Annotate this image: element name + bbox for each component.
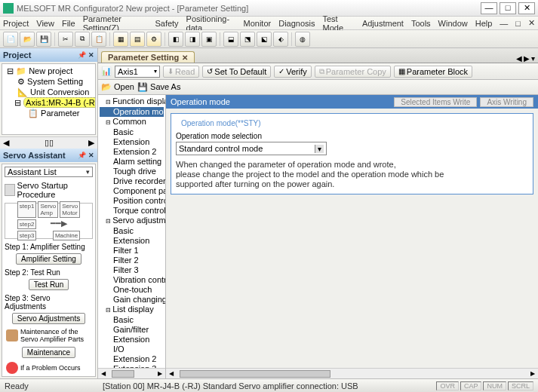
selected-items-write-button[interactable]: Selected Items Write [394,97,477,107]
menu-diagnosis[interactable]: Diagnosis [278,19,315,28]
tb-cut-icon[interactable]: ✂ [58,32,73,47]
tab-close-icon[interactable]: ✕ [182,54,188,62]
tab-nav-right[interactable]: ▶ [524,54,530,63]
save-as-button[interactable]: 💾 Save As [137,82,180,92]
project-tree[interactable]: ⊟ 📁 New project ⚙ System Setting 📐 Unit … [2,63,96,135]
panel-close-icon[interactable]: ✕ [88,152,94,159]
open-button[interactable]: 📂 Open [101,82,134,92]
tb-save-icon[interactable]: 💾 [36,32,51,47]
maintenance-button[interactable]: Maintenance [22,347,75,358]
tab-parameter-setting[interactable]: Parameter Setting ✕ [101,51,195,63]
minimize-button[interactable]: — [481,2,497,14]
tree-item-filter-1[interactable]: Filter 1 [100,246,164,256]
tree-item-filter-2[interactable]: Filter 2 [100,256,164,265]
tree-item-one-touch[interactable]: One-touch [100,285,164,295]
tree-item-alarm-setting[interactable]: Alarm setting [100,157,164,167]
tree-item-operation-mode[interactable]: Operation mode [100,107,164,117]
operation-mode-note: When changed the parameter of operation … [176,160,528,189]
tb-btn1-icon[interactable]: ▦ [113,32,128,47]
maximize-button[interactable]: □ [500,2,516,14]
operation-mode-select[interactable]: Standard control mode [176,142,327,155]
menu-param-setting[interactable]: Parameter Setting(Z) [83,14,148,32]
close-button[interactable]: ✕ [518,2,535,14]
tab-nav-menu[interactable]: ▾ [531,54,535,63]
set-to-default-button[interactable]: ↺ Set To Default [202,66,271,78]
panel-close-icon[interactable]: ✕ [88,51,94,59]
tree-item-function-display[interactable]: Function display [100,96,164,107]
tb-new-icon[interactable]: 📄 [3,32,18,47]
servo-startup-procedure[interactable]: Servo Startup Procedure [5,179,93,201]
tree-item-i-o[interactable]: I/O [100,345,164,354]
menu-corner-restore[interactable]: □ [515,19,521,28]
project-tree-hscroll[interactable]: ◀▯▯▶ [0,136,97,149]
tree-item-vibration-control[interactable]: Vibration control [100,275,164,285]
rightpane-hscroll[interactable]: ◀▶ [166,368,538,378]
tb-btn4-icon[interactable]: ◧ [168,32,183,47]
tb-btn5-icon[interactable]: ◨ [185,32,200,47]
menu-view[interactable]: View [36,19,54,28]
pin-icon[interactable]: 📌 [78,51,86,59]
tree-item-basic[interactable]: Basic [100,226,164,236]
axis-select[interactable]: Axis1 [115,66,160,78]
tree-item-filter-3[interactable]: Filter 3 [100,265,164,275]
tree-item-basic[interactable]: Basic [100,127,164,137]
parameter-toolbar-2: 📂 Open 💾 Save As [98,80,538,95]
menu-tools[interactable]: Tools [411,19,431,28]
tree-item-extension-2[interactable]: Extension 2 [100,147,164,157]
axis-writing-button[interactable]: Axis Writing [480,97,533,107]
menu-safety[interactable]: Safety [155,19,178,28]
tree-item-basic[interactable]: Basic [100,315,164,325]
verify-button[interactable]: ✓ Verify [274,66,312,78]
parameter-block-button[interactable]: ▦ Parameter Block [394,66,472,78]
tree-item-position-control[interactable]: Position control [100,196,164,206]
tree-item-extension[interactable]: Extension [100,236,164,246]
tree-item-tough-drive[interactable]: Tough drive [100,167,164,176]
tb-btn6-icon[interactable]: ▣ [201,32,217,47]
menu-file[interactable]: File [62,19,75,28]
tb-btn8-icon[interactable]: ⬔ [240,32,255,47]
menu-test-mode[interactable]: Test Mode [323,14,355,32]
read-button[interactable]: ⬇ Read [163,66,199,78]
tree-item-extension-2[interactable]: Extension 2 [100,354,164,364]
axis-icon: 📊 [101,66,112,76]
tree-item-extension[interactable]: Extension [100,137,164,147]
parameter-copy-button[interactable]: ⧉ Parameter Copy [315,66,391,78]
tree-hscroll[interactable]: ◀▶ [98,368,165,378]
tree-item-component-parts[interactable]: Component parts [100,186,164,196]
tree-item-common[interactable]: Common [100,117,164,127]
tb-btn10-icon[interactable]: ⬖ [273,32,288,47]
test-run-button[interactable]: Test Run [29,279,69,290]
tree-item-servo-adjustments[interactable]: Servo adjustments [100,216,164,226]
menu-help[interactable]: Help [475,19,493,28]
menu-adjustment[interactable]: Adjustment [362,19,404,28]
tb-btn7-icon[interactable]: ⬓ [223,32,238,47]
tree-item-torque-control[interactable]: Torque control [100,206,164,216]
parameter-toolbar: 📊 Axis1 ⬇ Read ↺ Set To Default ✓ Verify… [98,63,538,80]
tb-btn11-icon[interactable]: ◍ [295,32,310,47]
tree-parameter: 📋 Parameter [4,108,94,118]
servo-adjustments-button[interactable]: Servo Adjustments [12,313,85,324]
tb-btn3-icon[interactable]: ⚙ [146,32,161,47]
menu-monitor[interactable]: Monitor [244,19,272,28]
menu-project[interactable]: Project [3,19,29,28]
amplifier-setting-button[interactable]: Amplifier Setting [16,253,81,265]
tree-item-drive-recorder[interactable]: Drive recorder [100,176,164,186]
operation-mode-selection-label: Operation mode selection [176,132,528,140]
tree-item-gain-changing[interactable]: Gain changing [100,295,164,305]
fieldset-legend: Operation mode(**STY) [179,119,263,127]
tb-paste-icon[interactable]: 📋 [91,32,106,47]
menu-corner-close[interactable]: ✕ [528,18,535,28]
tab-nav-left[interactable]: ◀ [516,54,522,63]
tree-item-gain-filter[interactable]: Gain/filter [100,325,164,335]
menu-window[interactable]: Window [438,19,468,28]
tb-open-icon[interactable]: 📂 [20,32,35,47]
pin-icon[interactable]: 📌 [78,152,86,159]
tb-btn9-icon[interactable]: ⬕ [257,32,272,47]
tree-item-extension[interactable]: Extension [100,335,164,345]
tree-item-list-display[interactable]: List display [100,305,164,315]
parameter-category-tree[interactable]: Function displayOperation modeCommonBasi… [98,95,166,378]
tb-btn2-icon[interactable]: ▤ [130,32,145,47]
menu-positioning[interactable]: Positioning-data [186,14,236,32]
assistant-list-combo[interactable]: Assistant List [5,167,93,177]
tb-copy-icon[interactable]: ⧉ [75,32,90,47]
